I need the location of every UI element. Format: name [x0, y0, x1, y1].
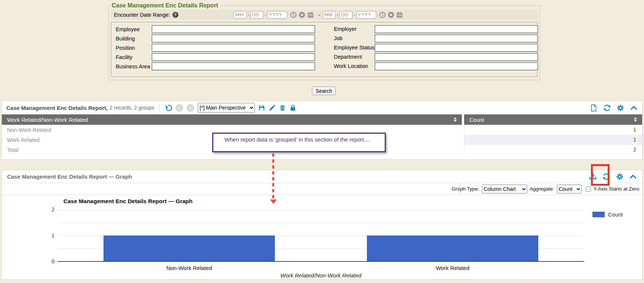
chart-area: Case Management Enc Details Report — Gra…: [2, 195, 642, 280]
field-label: Employee Status: [334, 45, 375, 51]
form-field-row: Job: [334, 35, 540, 42]
field-label: Facility: [116, 54, 152, 60]
graph-header: Case Management Enc Details Report — Gra…: [2, 170, 642, 183]
date-inputs: - - - - -: [234, 10, 405, 20]
new-page-icon[interactable]: [590, 104, 598, 112]
chart-title: Case Management Enc Details Report — Gra…: [63, 198, 193, 205]
legend-label: Count: [608, 211, 623, 218]
form-field-row: Employer: [334, 25, 540, 33]
collapse-chevron-icon[interactable]: [630, 104, 638, 112]
facility-input[interactable]: [152, 53, 315, 61]
bar-work-related: [367, 235, 538, 261]
graph-type-select[interactable]: Column Chart: [482, 185, 527, 193]
save-icon[interactable]: [258, 104, 265, 111]
end-day-input[interactable]: [339, 11, 352, 19]
x-axis-title: Work Related/Non-Work Related: [58, 272, 584, 279]
results-record-count: 2 records, 2 groups: [109, 105, 154, 111]
field-label: Building: [116, 36, 152, 42]
chart-plot: [58, 210, 584, 262]
refresh-icon[interactable]: [603, 104, 611, 112]
business-area-input[interactable]: [152, 62, 315, 70]
search-form-panel: Case Management Enc Details Report Encou…: [108, 2, 540, 80]
form-field-row: Business Area: [116, 62, 318, 70]
employee-input[interactable]: [152, 25, 315, 33]
graph-section-title: Case Management Enc Details Report — Gra…: [7, 173, 132, 180]
x-tick-label: Non-Work Related: [58, 265, 321, 271]
building-input[interactable]: [152, 35, 315, 42]
end-year-input[interactable]: [356, 11, 376, 19]
help-icon[interactable]: ?: [172, 12, 178, 18]
position-input[interactable]: [152, 44, 315, 52]
annotation-callout: When report data is 'grouped' in this se…: [212, 133, 386, 152]
date-dash: -: [248, 12, 249, 17]
search-fields-box: EmployeeBuildingPositionFacilityBusiness…: [111, 22, 538, 77]
sort-icon[interactable]: [454, 117, 457, 122]
sort-icon[interactable]: [634, 117, 637, 122]
employee-status-input[interactable]: [375, 44, 538, 52]
search-form-title: Case Management Enc Details Report: [111, 2, 220, 9]
graph-section: Case Management Enc Details Report — Gra…: [1, 170, 643, 280]
lock-icon[interactable]: [289, 104, 296, 111]
form-field-row: Position: [116, 44, 318, 52]
clock-icon[interactable]: [290, 12, 297, 18]
field-label: Business Area: [116, 64, 152, 69]
work-location-input[interactable]: [375, 62, 538, 70]
start-year-input[interactable]: [267, 11, 287, 19]
clear-date-icon[interactable]: [388, 12, 394, 18]
column-header-count: Count: [464, 114, 642, 125]
date-dash: -: [337, 12, 338, 17]
collapse-chevron-icon[interactable]: [629, 173, 637, 180]
calendar-icon[interactable]: [396, 12, 403, 18]
legend-swatch: [592, 212, 605, 217]
start-month-input[interactable]: [234, 11, 247, 19]
form-field-row: Building: [116, 35, 318, 42]
refresh-icon[interactable]: [602, 173, 610, 180]
x-tick-label: Work Related: [321, 265, 584, 271]
controls-divider: [459, 183, 460, 195]
category-band-non-work-related: [58, 210, 321, 261]
toolbar-divider: [159, 104, 160, 112]
chart-legend: Count: [592, 211, 623, 218]
employer-input[interactable]: [375, 25, 538, 33]
form-field-row: Employee Status: [334, 44, 540, 52]
clear-date-icon[interactable]: [299, 12, 305, 18]
aggregate-select[interactable]: Count: [557, 185, 582, 193]
column-header-label: Work Related/Non-Work Related: [7, 117, 88, 123]
field-label: Job: [334, 36, 375, 42]
download-icon[interactable]: [589, 172, 597, 180]
settings-gear-icon[interactable]: [617, 104, 624, 112]
undo-icon[interactable]: [164, 104, 172, 112]
bar-non-work-related: [104, 235, 275, 261]
column-header-label: Count: [469, 117, 484, 123]
next-circle-icon[interactable]: ›: [187, 104, 194, 112]
table-header-row: Work Related/Non-Work Related Count: [2, 114, 642, 125]
calendar-icon[interactable]: [307, 12, 314, 18]
form-field-row: Employee: [116, 25, 318, 33]
x-axis-labels: Non-Work RelatedWork Related: [58, 265, 584, 271]
delete-trash-icon[interactable]: [279, 104, 286, 111]
field-label: Department: [334, 54, 375, 60]
y-tick-label: 2: [44, 206, 55, 213]
job-input[interactable]: [375, 35, 538, 42]
column-header-group: Work Related/Non-Work Related: [2, 114, 462, 125]
start-day-input[interactable]: [250, 11, 263, 19]
aggregate-label: Aggregate:: [530, 186, 554, 192]
date-range-label: Encounter Date Range:: [114, 12, 170, 18]
table-row-label: Non-Work Related: [2, 127, 464, 133]
settings-gear-icon[interactable]: [616, 173, 624, 180]
results-title: Case Management Enc Details Report,: [6, 105, 108, 111]
table-row-count: 1: [464, 125, 642, 135]
prev-circle-icon[interactable]: ‹: [175, 104, 183, 112]
field-label: Position: [116, 45, 152, 51]
annotation-arrow-head: [270, 199, 277, 204]
end-month-input[interactable]: [323, 11, 336, 19]
search-button[interactable]: Search: [312, 87, 336, 95]
y-tick-label: 1: [44, 232, 55, 239]
perspective-select[interactable]: [*] Main Perspective: [198, 103, 255, 113]
column-divider: [464, 125, 464, 155]
edit-pencil-icon[interactable]: [269, 104, 276, 111]
clock-icon[interactable]: [379, 12, 386, 18]
department-input[interactable]: [375, 53, 538, 61]
yaxis-zero-checkbox[interactable]: [586, 186, 591, 192]
table-row-count: 1: [464, 135, 642, 145]
